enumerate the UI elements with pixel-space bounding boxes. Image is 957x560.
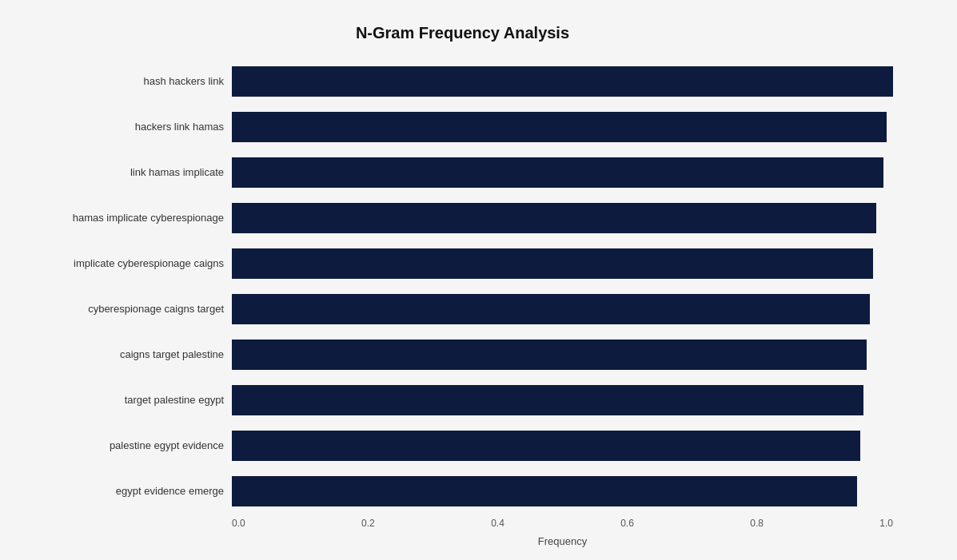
bar-label: cyberespionage caigns target	[16, 303, 224, 315]
x-tick: 0.6	[620, 518, 634, 529]
x-tick: 1.0	[879, 518, 893, 529]
bar-label: hash hackers link	[16, 75, 224, 87]
bar	[232, 385, 863, 415]
x-axis-label: Frequency	[232, 535, 893, 547]
bar-row: link hamas implicate	[232, 149, 893, 195]
bar	[232, 248, 873, 279]
bar-row: egypt evidence emerge	[232, 468, 893, 514]
chart-area: hash hackers linkhackers link hamaslink …	[232, 58, 893, 514]
bar	[232, 340, 867, 370]
bar	[232, 66, 893, 97]
bar	[232, 431, 860, 461]
bar	[232, 112, 887, 142]
bar-row: cyberespionage caigns target	[232, 286, 893, 332]
x-tick: 0.8	[750, 518, 764, 529]
bar	[232, 294, 870, 324]
bar	[232, 476, 857, 506]
chart-title: N-Gram Frequency Analysis	[16, 16, 909, 42]
bar-row: palestine egypt evidence	[232, 423, 893, 468]
bar-label: egypt evidence emerge	[16, 485, 224, 497]
bar-row: hackers link hamas	[232, 104, 893, 149]
bar-label: implicate cyberespionage caigns	[16, 257, 224, 269]
bar-row: hash hackers link	[232, 58, 893, 104]
bar-label: link hamas implicate	[16, 166, 224, 178]
bar-label: hamas implicate cyberespionage	[16, 212, 224, 224]
chart-inner: hash hackers linkhackers link hamaslink …	[16, 58, 909, 547]
bar	[232, 157, 883, 188]
x-tick: 0.2	[361, 518, 375, 529]
bar-label: palestine egypt evidence	[16, 439, 224, 451]
bar-row: hamas implicate cyberespionage	[232, 195, 893, 240]
bar-label: caigns target palestine	[16, 348, 224, 360]
x-ticks: 0.00.20.40.60.81.0	[232, 518, 893, 529]
bar-row: implicate cyberespionage caigns	[232, 240, 893, 286]
bar-row: caigns target palestine	[232, 332, 893, 377]
bar-label: target palestine egypt	[16, 394, 224, 406]
bar	[232, 203, 876, 233]
bar-row: target palestine egypt	[232, 377, 893, 423]
bar-label: hackers link hamas	[16, 121, 224, 133]
x-tick: 0.0	[232, 518, 245, 529]
chart-container: N-Gram Frequency Analysis hash hackers l…	[0, 0, 957, 560]
x-tick: 0.4	[491, 518, 504, 529]
